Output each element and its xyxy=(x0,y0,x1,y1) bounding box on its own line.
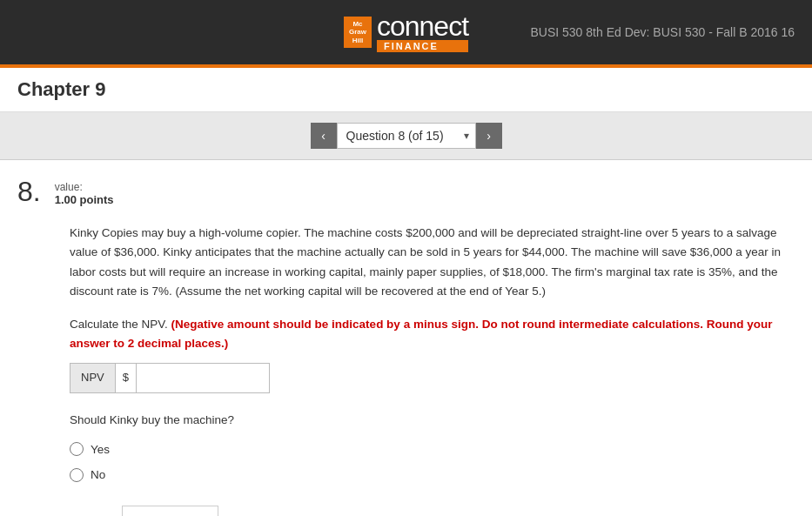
tab-bar: References xyxy=(122,506,795,516)
header: McGrawHill connect FINANCE BUSI 530 8th … xyxy=(0,0,812,68)
buy-machine-question: Should Kinky buy the machine? xyxy=(70,411,795,430)
radio-group: Yes No xyxy=(70,440,795,485)
radio-yes-input[interactable] xyxy=(70,442,84,456)
references-section: References xyxy=(122,506,795,516)
chapter-title: Chapter 9 xyxy=(17,78,105,100)
warning-text: (Negative amount should be indicated by … xyxy=(70,318,772,350)
dollar-sign: $ xyxy=(116,364,137,392)
radio-no-label: No xyxy=(91,466,105,485)
npv-label: NPV xyxy=(70,364,116,392)
logo-area: McGrawHill connect FINANCE xyxy=(344,12,468,52)
chapter-header: Chapter 9 xyxy=(0,68,812,112)
question-selector-wrapper: Question 8 (of 15) ▾ xyxy=(337,123,476,149)
calculate-text: Calculate the NPV. (Negative amount shou… xyxy=(70,315,795,352)
npv-input[interactable] xyxy=(137,366,224,390)
radio-no-input[interactable] xyxy=(70,468,84,482)
points-label: 1.00 points xyxy=(55,193,114,206)
radio-yes-label: Yes xyxy=(91,440,110,459)
radio-no-option[interactable]: No xyxy=(70,466,795,485)
question-number: 8. xyxy=(17,178,41,205)
value-label: value: xyxy=(55,181,114,193)
npv-input-row: NPV $ xyxy=(70,363,270,393)
next-question-button[interactable]: › xyxy=(476,123,502,149)
finance-bar: FINANCE xyxy=(377,40,468,52)
mcgraw-logo: McGrawHill xyxy=(344,17,372,49)
navigation-bar: ‹ Question 8 (of 15) ▾ › xyxy=(0,112,812,160)
prev-question-button[interactable]: ‹ xyxy=(311,123,337,149)
question-meta: value: 1.00 points xyxy=(55,178,114,206)
course-title: BUSI 530 8th Ed Dev: BUSI 530 - Fall B 2… xyxy=(530,25,795,39)
question-body: Kinky Copies may buy a high-volume copie… xyxy=(70,224,795,516)
question-selector[interactable]: Question 8 (of 15) xyxy=(337,123,476,149)
tab-references[interactable]: References xyxy=(122,506,218,516)
radio-yes-option[interactable]: Yes xyxy=(70,440,795,459)
connect-logo: connect FINANCE xyxy=(377,12,468,52)
question-row: 8. value: 1.00 points xyxy=(17,178,795,206)
main-content: 8. value: 1.00 points Kinky Copies may b… xyxy=(0,160,812,516)
question-text: Kinky Copies may buy a high-volume copie… xyxy=(70,224,795,301)
connect-text: connect xyxy=(377,12,468,40)
calculate-label: Calculate the NPV. xyxy=(70,318,168,331)
